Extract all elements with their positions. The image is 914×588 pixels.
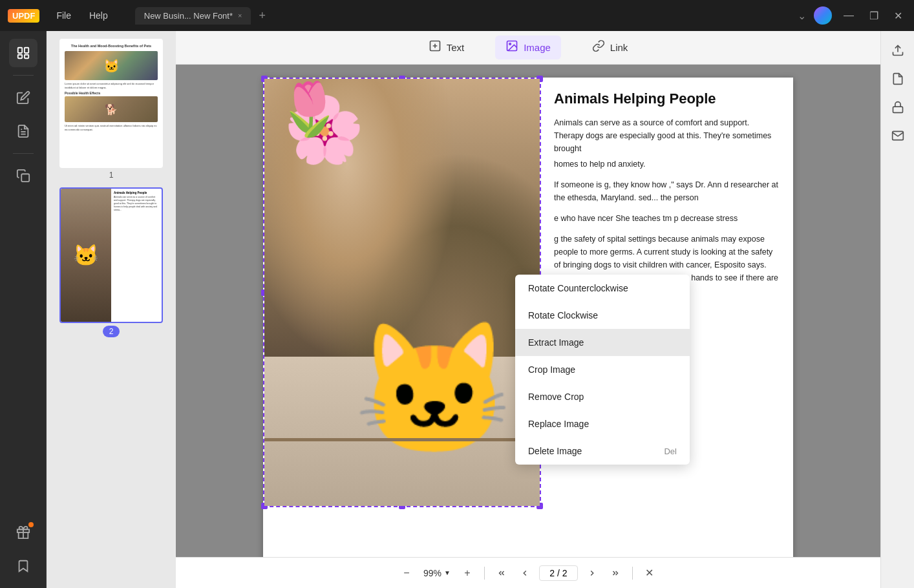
window-controls: ⌄ — ❐ ✕ (798, 6, 906, 25)
thumbnail-panel[interactable]: The Health and Mood-Boosting Benefits of… (47, 31, 176, 588)
zoom-dropdown-icon: ▼ (444, 569, 451, 576)
cat-image: 🌸 🌷 🐱 (264, 79, 540, 506)
svg-rect-15 (893, 107, 902, 112)
thumb-section-title: Possible Health Effects (65, 91, 158, 95)
link-tool-icon (592, 39, 605, 56)
zoom-display[interactable]: 99% ▼ (421, 567, 453, 580)
zoom-out-button[interactable]: − (398, 564, 416, 582)
notification-badge (28, 522, 34, 527)
sidebar-divider-2 (13, 153, 34, 154)
sidebar-bottom (9, 518, 37, 580)
image-tool-label: Image (524, 42, 551, 53)
tab-area: New Busin... New Font* × + (135, 7, 787, 25)
menu-item-delete-image-label: Delete Image (528, 446, 582, 456)
nav-divider-2 (632, 567, 633, 580)
thumb-page1-text: Lorem ipsum dolor sit amet consectetur a… (65, 82, 158, 89)
document-view[interactable]: 🌸 🌷 🐱 Animals Helping People (176, 65, 880, 557)
article-text-3: If someone is g, they know how ," says D… (554, 178, 780, 204)
menu-item-rotate-ccw-label: Rotate Counterclockwise (528, 283, 628, 293)
article-title: Animals Helping People (554, 90, 780, 107)
text-tool-button[interactable]: Text (418, 36, 475, 59)
title-bar: UPDF File Help New Busin... New Font* × … (0, 0, 914, 31)
thumb-page1-title: The Health and Mood-Boosting Benefits of… (65, 44, 158, 48)
right-icon-export[interactable] (886, 39, 909, 62)
svg-rect-2 (17, 55, 21, 59)
user-avatar[interactable] (814, 6, 832, 25)
thumbnail-page-1[interactable]: The Health and Mood-Boosting Benefits of… (52, 39, 171, 180)
sidebar-icon-annotate[interactable] (9, 117, 37, 145)
menu-item-rotate-ccw[interactable]: Rotate Counterclockwise (515, 275, 690, 302)
page-indicator[interactable]: 2 / 2 (539, 565, 578, 581)
sidebar-icon-bookmark[interactable] (9, 552, 37, 580)
right-icon-secure[interactable] (886, 96, 909, 119)
svg-rect-6 (21, 174, 29, 182)
left-sidebar (0, 31, 47, 588)
svg-point-11 (509, 43, 511, 45)
nav-first-button[interactable] (493, 564, 511, 582)
menu-item-extract-image-label: Extract Image (528, 337, 584, 348)
sidebar-icon-pages[interactable] (9, 39, 37, 67)
thumb-page2-title: Animals Helping People (114, 191, 159, 194)
right-sidebar (880, 31, 914, 588)
nav-last-button[interactable] (606, 564, 624, 582)
nav-divider-1 (484, 567, 485, 580)
thumb-page-2-label: 2 (103, 326, 120, 337)
thumb-page2-text: Animals can serve as a source of comfort… (114, 196, 159, 211)
menu-item-remove-crop[interactable]: Remove Crop (515, 383, 690, 410)
toolbar: Text Image (176, 31, 880, 65)
nav-prev-button[interactable] (516, 564, 534, 582)
minimize-button[interactable]: — (840, 8, 858, 23)
nav-next-button[interactable] (583, 564, 601, 582)
close-button[interactable]: ✕ (890, 8, 906, 23)
tab-title: New Busin... New Font* (144, 11, 233, 21)
svg-rect-1 (24, 48, 28, 53)
add-tab-button[interactable]: + (253, 8, 271, 24)
svg-rect-0 (17, 48, 21, 53)
thumbnail-page-2[interactable]: 🐱 Animals Helping People Animals can ser… (52, 187, 171, 337)
menu-item-extract-image[interactable]: Extract Image (515, 329, 690, 356)
menu-file[interactable]: File (50, 8, 78, 23)
close-tab-button[interactable]: × (238, 12, 242, 19)
menu-item-replace-image[interactable]: Replace Image (515, 410, 690, 437)
thumb-page-1-label: 1 (109, 171, 114, 180)
page-container: 🌸 🌷 🐱 Animals Helping People (263, 78, 793, 544)
main-layout: The Health and Mood-Boosting Benefits of… (0, 31, 914, 588)
thumb-page1-text2: Ut enim ad minim veniam quis nostrud exe… (65, 124, 158, 131)
sidebar-icon-gift[interactable] (9, 518, 37, 547)
selected-image-wrapper[interactable]: 🌸 🌷 🐱 (263, 78, 541, 507)
close-nav-button[interactable]: ✕ (641, 564, 659, 582)
active-tab[interactable]: New Busin... New Font* × (135, 7, 251, 25)
maximize-button[interactable]: ❐ (866, 8, 882, 23)
thumb-dog-image: 🐕 (65, 96, 158, 122)
menu-item-replace-image-label: Replace Image (528, 419, 589, 429)
image-tool-button[interactable]: Image (495, 36, 561, 59)
menu-item-rotate-cw-label: Rotate Clockwise (528, 310, 598, 320)
right-icon-message[interactable] (886, 124, 909, 147)
menu-item-delete-shortcut: Del (664, 446, 677, 456)
menu-item-delete-image[interactable]: Delete Image Del (515, 437, 690, 465)
bottom-toolbar: − 99% ▼ + 2 / 2 (176, 557, 880, 588)
right-icon-pdfa[interactable] (886, 67, 909, 90)
menu-item-rotate-cw[interactable]: Rotate Clockwise (515, 302, 690, 329)
zoom-percent: 99% (423, 568, 441, 578)
zoom-in-button[interactable]: + (458, 564, 476, 582)
arrow-annotation (845, 349, 880, 452)
link-tool-label: Link (610, 42, 628, 53)
thumb-page-1-content: The Health and Mood-Boosting Benefits of… (59, 39, 163, 168)
article-text-2: homes to help nd anxiety. (554, 158, 780, 171)
page-2: 🌸 🌷 🐱 Animals Helping People (263, 78, 793, 557)
text-tool-label: Text (447, 42, 465, 53)
sidebar-icon-edit[interactable] (9, 83, 37, 112)
dropdown-icon[interactable]: ⌄ (798, 10, 806, 22)
menu-item-crop-image-label: Crop Image (528, 364, 575, 375)
menu-help[interactable]: Help (83, 8, 114, 23)
link-tool-button[interactable]: Link (582, 36, 639, 59)
svg-rect-3 (24, 55, 28, 59)
text-tool-icon (429, 39, 441, 56)
menu-bar: File Help (50, 8, 114, 23)
sidebar-divider-1 (13, 75, 34, 76)
sidebar-icon-copy[interactable] (9, 162, 37, 190)
thumb-page-2-content: 🐱 Animals Helping People Animals can ser… (59, 187, 163, 323)
image-tool-icon (505, 39, 518, 56)
menu-item-crop-image[interactable]: Crop Image (515, 356, 690, 383)
